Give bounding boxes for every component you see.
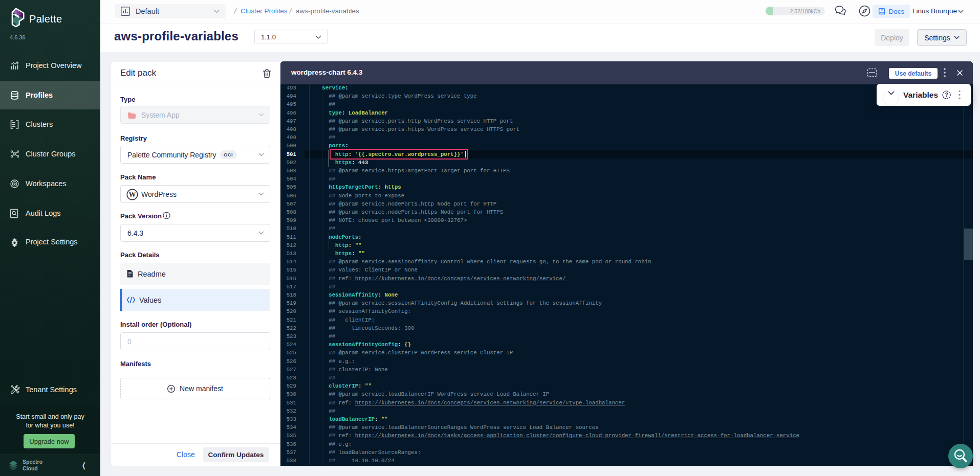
- svg-text:?: ?: [945, 92, 948, 98]
- svg-text:W: W: [128, 190, 136, 198]
